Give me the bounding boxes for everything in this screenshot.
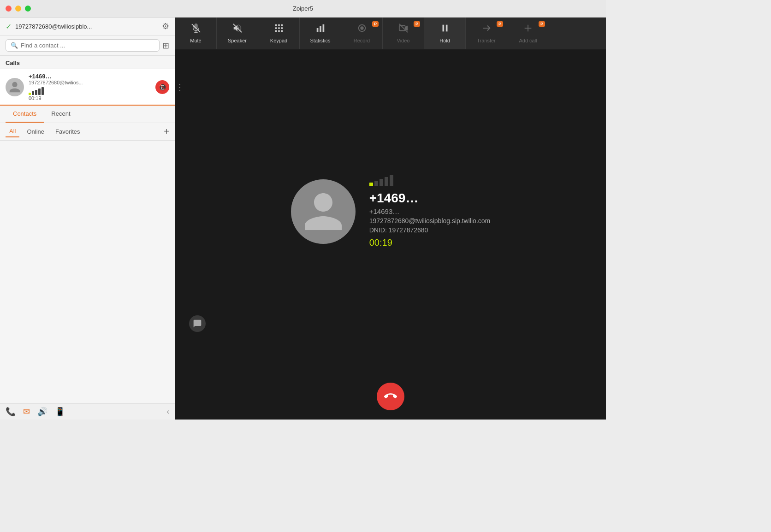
- title-bar: Zoiper5: [0, 0, 606, 18]
- add-call-pro-badge: P: [539, 21, 545, 27]
- sub-tab-all[interactable]: All: [6, 126, 19, 137]
- search-input[interactable]: [21, 42, 154, 49]
- caller-number-main: +1469…: [369, 191, 490, 206]
- keypad-button[interactable]: Keypad: [258, 18, 300, 49]
- hangup-icon: [384, 390, 397, 403]
- call-footer: [175, 373, 606, 420]
- keypad-icon: [274, 23, 284, 36]
- svg-point-17: [360, 26, 363, 30]
- add-group-button[interactable]: +: [164, 126, 169, 137]
- account-info: ✓ 19727872680@twiliosipblo...: [6, 22, 162, 31]
- bottom-bar: 📞 ✉ 🔊 📱 ‹: [0, 403, 175, 420]
- caller-dnid: DNID: 19727872680: [369, 226, 490, 234]
- sub-tab-favorites-label: Favorites: [55, 128, 80, 135]
- svg-rect-22: [445, 25, 447, 32]
- search-icon: 🔍: [11, 42, 18, 49]
- speaker-label: Speaker: [228, 38, 247, 43]
- sub-tab-online-label: Online: [27, 128, 44, 135]
- account-status-icon: ✓: [6, 22, 12, 31]
- caller-avatar-icon: [300, 189, 346, 235]
- app-container: ✓ 19727872680@twiliosipblo... ⚙ 🔍 ⊞ Call…: [0, 18, 606, 420]
- toolbar: Mute Speaker: [175, 18, 606, 49]
- add-call-icon: [523, 23, 533, 36]
- add-call-button[interactable]: P Add call: [507, 18, 549, 49]
- transfer-button[interactable]: P Transfer: [466, 18, 507, 49]
- search-input-wrap: 🔍: [6, 39, 160, 52]
- svg-rect-4: [275, 24, 277, 26]
- calls-label: Calls: [6, 59, 20, 66]
- collapse-sidebar-button[interactable]: ‹: [167, 408, 169, 416]
- record-button[interactable]: P Record: [341, 18, 383, 49]
- record-pro-badge: P: [372, 21, 379, 27]
- search-bar: 🔍 ⊞: [0, 35, 175, 56]
- transfer-pro-badge: P: [497, 21, 503, 27]
- call-avatar: [6, 78, 24, 96]
- more-options-icon[interactable]: ⋮: [176, 82, 184, 92]
- window-controls: [6, 6, 31, 12]
- settings-icon[interactable]: ⚙: [162, 21, 169, 31]
- grid-icon[interactable]: ⊞: [162, 41, 169, 51]
- keypad-label: Keypad: [270, 38, 287, 43]
- chat-icon[interactable]: [189, 315, 206, 332]
- add-call-label: Add call: [519, 38, 537, 43]
- svg-rect-6: [281, 24, 283, 26]
- svg-rect-11: [278, 30, 280, 32]
- svg-rect-5: [278, 24, 280, 26]
- video-button[interactable]: P Video: [383, 18, 424, 49]
- svg-rect-15: [322, 24, 324, 32]
- chat-icon-area: [189, 315, 206, 332]
- call-sip: 19727872680@twilios...: [29, 80, 155, 85]
- hangup-button-main[interactable]: [377, 383, 404, 410]
- call-body: +1469… +14693… 19727872680@twiliosipblog…: [175, 49, 606, 373]
- maximize-button[interactable]: [25, 6, 31, 12]
- speaker-button[interactable]: Speaker: [217, 18, 258, 49]
- statistics-button[interactable]: Statistics: [300, 18, 341, 49]
- avatar-icon: [8, 81, 21, 94]
- svg-rect-21: [442, 25, 444, 32]
- call-duration: 00:19: [29, 95, 155, 101]
- minimize-button[interactable]: [15, 6, 21, 12]
- sidebar: ✓ 19727872680@twiliosipblo... ⚙ 🔍 ⊞ Call…: [0, 18, 175, 420]
- caller-signal: [369, 175, 490, 186]
- speaker-icon[interactable]: 🔊: [37, 407, 47, 417]
- window-title: Zoiper5: [293, 5, 313, 12]
- call-number: +1469…: [29, 73, 155, 80]
- hold-button[interactable]: Hold: [424, 18, 466, 49]
- hold-label: Hold: [439, 38, 450, 43]
- svg-rect-7: [275, 27, 277, 29]
- sidebar-header: ✓ 19727872680@twiliosipblo... ⚙: [0, 18, 175, 35]
- hold-icon: [440, 23, 450, 36]
- speaker-icon: [232, 23, 243, 36]
- tab-contacts[interactable]: Contacts: [6, 106, 44, 123]
- close-button[interactable]: [6, 6, 12, 12]
- caller-info: +1469… +14693… 19727872680@twiliosipblog…: [291, 175, 490, 248]
- svg-rect-13: [316, 28, 318, 32]
- calls-section: Calls: [0, 56, 175, 69]
- tab-contacts-label: Contacts: [13, 110, 36, 117]
- mute-label: Mute: [190, 38, 201, 43]
- caller-avatar: [291, 179, 356, 244]
- call-signal: [29, 87, 155, 95]
- tab-recent[interactable]: Recent: [44, 106, 77, 123]
- call-timer: 00:19: [369, 237, 490, 248]
- phone-icon[interactable]: 📞: [6, 407, 16, 417]
- svg-rect-8: [278, 27, 280, 29]
- active-call-item[interactable]: +1469… 19727872680@twilios... 00:19 📵 ⋮: [0, 69, 175, 106]
- tabs-row: Contacts Recent: [0, 106, 175, 123]
- statistics-label: Statistics: [310, 38, 330, 43]
- mute-button[interactable]: Mute: [175, 18, 217, 49]
- svg-rect-14: [320, 26, 321, 32]
- sub-tab-all-label: All: [9, 128, 16, 135]
- svg-rect-12: [281, 30, 283, 32]
- dialpad-icon[interactable]: 📱: [55, 407, 65, 417]
- sub-tab-online[interactable]: Online: [23, 126, 48, 137]
- hangup-button-sidebar[interactable]: 📵: [155, 80, 169, 94]
- email-icon[interactable]: ✉: [23, 407, 30, 417]
- caller-number-sub: +14693…: [369, 207, 490, 215]
- account-name: 19727872680@twiliosipblo...: [15, 23, 92, 30]
- video-label: Video: [397, 38, 410, 43]
- record-label: Record: [354, 38, 370, 43]
- sub-tab-favorites[interactable]: Favorites: [52, 126, 83, 137]
- svg-rect-9: [281, 27, 283, 29]
- tab-recent-label: Recent: [51, 110, 70, 117]
